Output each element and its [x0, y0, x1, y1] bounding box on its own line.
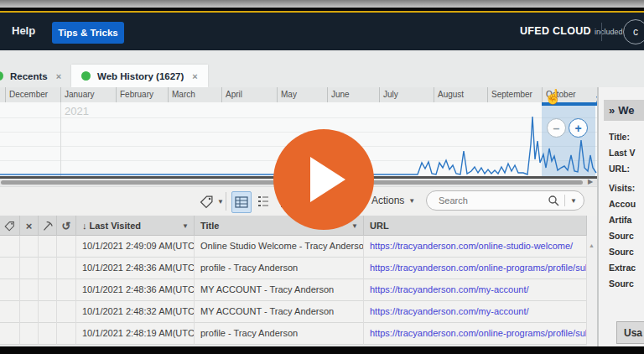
row-flag-cell [20, 279, 39, 301]
column-header-last-visited[interactable]: ↓Last Visited▼ [76, 216, 195, 236]
details-panel-title: We [618, 104, 634, 117]
tab-label: Recents [10, 71, 48, 81]
row-flag-cell [0, 323, 20, 345]
top-navbar: Help Tips & Tricks UFED CLOUDincluded c [0, 13, 644, 50]
row-flag-cell [57, 323, 76, 345]
month-tick [168, 87, 169, 102]
month-tick [277, 87, 278, 102]
row-flag-cell [0, 258, 20, 279]
actions-caret-icon: ▼ [408, 197, 415, 205]
row-flag-cell [39, 236, 57, 258]
row-flag-cell [0, 301, 20, 323]
actions-menu-button[interactable]: Actions ▼ [371, 195, 415, 206]
search-input[interactable] [437, 195, 548, 206]
thumbnail-view-button[interactable] [254, 191, 273, 211]
month-label[interactable]: April [226, 90, 242, 99]
video-play-button[interactable] [273, 129, 374, 230]
usage-button[interactable]: Usa [616, 321, 644, 344]
month-label[interactable]: July [383, 90, 398, 99]
zoom-out-button[interactable]: – [547, 118, 566, 138]
url-link[interactable]: https://tracyanderson.com/online-studio-… [370, 241, 573, 251]
play-icon [310, 157, 345, 202]
month-tick [60, 87, 61, 102]
help-menu[interactable]: Help [12, 24, 35, 37]
table-view-button[interactable] [231, 191, 252, 213]
column-header-url[interactable]: URL [364, 216, 587, 236]
table-row[interactable]: 10/1/2021 2:48:36 AM(UTC+0)profile - Tra… [0, 258, 587, 279]
tag-dropdown-caret: ▼ [217, 198, 224, 206]
month-label[interactable]: February [120, 90, 153, 99]
carved-pickaxe-icon [42, 221, 53, 232]
tab-close-icon[interactable]: × [192, 71, 197, 81]
cell-last-visited: 10/1/2021 2:48:36 AM(UTC+0) [76, 279, 195, 301]
row-flag-cell [39, 323, 57, 345]
row-flag-cell [20, 258, 39, 279]
column-header-tag[interactable] [0, 216, 20, 236]
tab-recents[interactable]: Recents× [0, 65, 66, 87]
brand-included-label: included [595, 28, 623, 36]
tab-label: Web History (1627) [97, 71, 184, 81]
row-flag-cell [57, 258, 76, 279]
tips-and-tricks-button[interactable]: Tips & Tricks [52, 22, 124, 44]
brand-text: UFED CLOUD [520, 25, 591, 37]
month-tick [5, 87, 6, 102]
tab-web-history-1627-[interactable]: Web History (1627)× [71, 65, 208, 87]
column-filter-caret[interactable]: ▼ [351, 222, 358, 230]
cell-url: https://tracyanderson.com/my-account/ [364, 279, 587, 301]
month-label[interactable]: March [172, 90, 195, 99]
scrollbar-arrow-icon[interactable]: ▶ [588, 178, 593, 185]
tab-close-icon[interactable]: × [56, 71, 61, 81]
scroll-up-icon[interactable]: ▲ [589, 242, 595, 248]
month-tick [379, 87, 380, 102]
ufed-cloud-brand: UFED CLOUDincluded [520, 25, 622, 37]
details-panel-header[interactable]: » We [604, 100, 644, 121]
cell-url: https://tracyanderson.com/my-account/ [364, 301, 587, 323]
month-label[interactable]: January [65, 90, 95, 99]
sort-direction-icon: ↓ [82, 221, 87, 231]
url-link[interactable]: https://tracyanderson.com/my-account/ [370, 284, 529, 294]
month-label[interactable]: May [281, 90, 297, 99]
detail-field-label: Accou [609, 196, 644, 212]
month-label[interactable]: June [331, 90, 350, 99]
month-label[interactable]: September [491, 90, 532, 99]
cell-last-visited: 10/1/2021 2:48:19 AM(UTC+0) [76, 323, 195, 345]
row-flag-cell [57, 236, 76, 258]
timeline-month-axis[interactable]: DecemberJanuaryFebruaryMarchAprilMayJune… [0, 87, 597, 102]
url-link[interactable]: https://tracyanderson.com/my-account/ [370, 306, 529, 316]
column-header-close-x[interactable]: × [20, 216, 39, 236]
table-row[interactable]: 10/1/2021 2:48:19 AM(UTC+0)profile - Tra… [0, 323, 587, 345]
column-filter-caret[interactable]: ▼ [182, 222, 189, 230]
row-flag-cell [57, 279, 76, 301]
row-flag-cell [39, 301, 57, 323]
table-row[interactable]: 10/1/2021 2:48:36 AM(UTC+0)MY ACCOUNT - … [0, 279, 587, 301]
row-flag-cell [57, 301, 76, 323]
app-window: Help Tips & Tricks UFED CLOUDincluded c … [0, 0, 644, 354]
detail-field-label: Artifa [609, 212, 644, 228]
account-avatar-button[interactable]: c [623, 19, 644, 44]
url-link[interactable]: https://tracyanderson.com/online-program… [370, 328, 587, 338]
details-field-list: Title:Last VURL:Visits:AccouArtifaSourcS… [609, 129, 644, 292]
column-header-label: URL [370, 221, 389, 231]
cell-last-visited: 10/1/2021 2:48:32 AM(UTC+0) [76, 301, 195, 323]
search-box[interactable]: ▼ [426, 190, 584, 211]
cell-title: MY ACCOUNT - Tracy Anderson [195, 301, 364, 323]
table-row[interactable]: 10/1/2021 2:49:09 AM(UTC+0)Online Studio… [0, 236, 587, 258]
table-view-icon [235, 195, 248, 209]
column-header-restore-arrow[interactable]: ↺ [57, 216, 76, 236]
month-label[interactable]: December [9, 90, 48, 99]
details-panel: » We Title:Last VURL:Visits:AccouArtifaS… [599, 87, 644, 346]
column-header-carved-pickaxe[interactable] [39, 216, 57, 236]
table-scroll-gutter[interactable]: ▲ [587, 216, 597, 346]
detail-field-label: Sourc [609, 228, 644, 244]
table-row[interactable]: 10/1/2021 2:48:32 AM(UTC+0)MY ACCOUNT - … [0, 301, 587, 323]
month-tick [434, 87, 434, 102]
month-label[interactable]: August [438, 90, 464, 99]
zoom-in-button[interactable]: + [569, 118, 588, 138]
detail-field-label: Sourc [609, 244, 644, 260]
search-dropdown-caret[interactable]: ▼ [570, 197, 577, 205]
url-link[interactable]: https://tracyanderson.com/online-program… [370, 263, 587, 273]
column-header-label: Last Visited [90, 221, 142, 231]
month-tick [327, 87, 328, 102]
cell-url: https://tracyanderson.com/online-studio-… [364, 236, 587, 258]
tag-filter-button[interactable]: ▼ [200, 192, 224, 211]
